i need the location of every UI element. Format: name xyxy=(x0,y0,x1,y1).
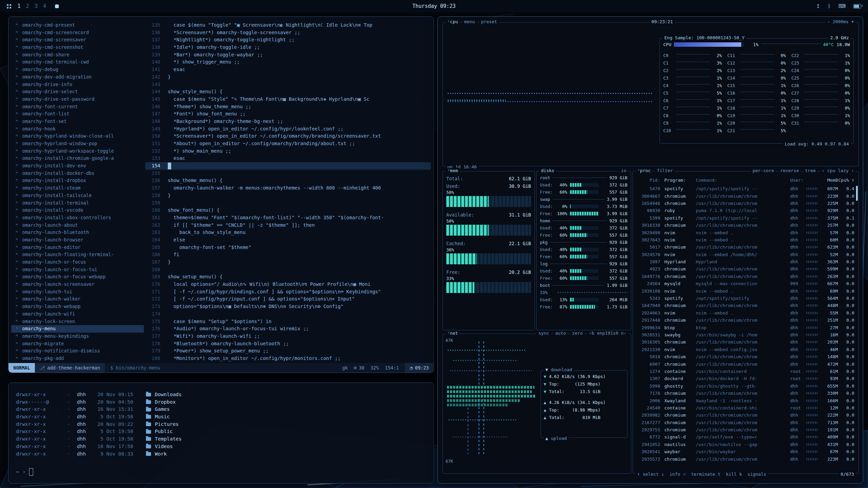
code-line[interactable]: 155 xyxy=(145,170,431,177)
mem-header[interactable]: MemB xyxy=(820,178,838,183)
proc-footer-action[interactable]: info ⏎ xyxy=(669,472,686,477)
file-tree-item[interactable]: *omarchy-launch-floating-terminal- xyxy=(11,251,144,259)
process-row[interactable]: 2941052 nautilus /usr/bin/nautilus --gap… xyxy=(636,441,856,448)
code-line[interactable]: 136 *Screensaver*) omarchy-toggle-screen… xyxy=(145,29,431,37)
cpu-box-title[interactable]: ¹cpu xyxy=(446,19,460,24)
code-line[interactable]: 148 *Background*) omarchy-theme-bg-next … xyxy=(145,118,431,125)
code-line[interactable]: 169show_setup_menu() { xyxy=(145,273,431,281)
process-row[interactable]: 2935572 chromium /usr/lib/chromium/chrom… xyxy=(636,455,856,462)
process-row[interactable]: 4923 chromium /usr/lib/chromium/chrom dh… xyxy=(636,265,856,273)
code-line[interactable]: 152 *) show_main_menu ;; xyxy=(145,148,431,155)
file-tree-item[interactable]: *omarchy-notification-dismiss xyxy=(11,347,144,355)
sync-button[interactable]: sync xyxy=(537,331,551,336)
code-line[interactable]: 149 *Hyprland*) open_in_editor ~/.config… xyxy=(145,125,431,133)
process-row[interactable]: 6772 signal-d /proc/self/exe --type=r dh… xyxy=(636,433,856,441)
proc-box-title[interactable]: ⁴proc xyxy=(636,168,652,173)
file-tree-item[interactable]: *omarchy-launch-webapp xyxy=(11,303,144,310)
code-line[interactable]: 170 local options="♪ Audio\n∿ Wifi\nᛒ Bl… xyxy=(145,281,431,288)
code-line[interactable]: 142} xyxy=(145,73,431,81)
file-tree-item[interactable]: *omarchy-font-set xyxy=(11,118,144,125)
proc-footer-action[interactable]: terminate t xyxy=(691,472,720,477)
reverse-button[interactable]: reverse xyxy=(778,168,801,173)
code-line[interactable]: 166 fi xyxy=(145,251,431,259)
process-row[interactable]: 98930 ruby puma 7.1.0 (tcp://local dhh 9… xyxy=(636,207,856,214)
code-line[interactable]: 171 [ -f ~/.config/hypr/bindings.conf ] … xyxy=(145,288,431,296)
code-line[interactable]: 151 *About*) open_in_editor ~/.config/om… xyxy=(145,140,431,148)
file-tree-item[interactable]: *omarchy-dev-add-migration xyxy=(11,73,144,81)
file-tree-item[interactable]: *omarchy-install-xbox-controllers xyxy=(11,214,144,222)
file-tree-item[interactable]: *omarchy-cmd-screenrecord xyxy=(11,29,144,37)
process-row[interactable]: 2917448 chromium /usr/lib/chromium/chrom… xyxy=(636,317,856,324)
file-tree-item[interactable]: *omarchy-hyprland-window-close-all xyxy=(11,133,144,140)
code-line[interactable]: 160show_font_menu() { xyxy=(145,207,431,214)
file-tree-item[interactable]: *omarchy-cmd-terminal-cwd xyxy=(11,58,144,66)
workspace-1[interactable]: 1 xyxy=(17,3,21,9)
user-header[interactable]: User: xyxy=(790,178,806,183)
code-line[interactable]: 172 [ -f ~/.config/hypr/input.conf ] && … xyxy=(145,295,431,303)
cpu-header[interactable]: Cpu% ↑ xyxy=(838,178,856,183)
process-row[interactable]: 7176 chromium /usr/lib/chromium/chrom dh… xyxy=(636,390,856,397)
terminal-window[interactable]: drwxr-xr-x - dhh 20 Nov 09:15 Downloads … xyxy=(8,382,434,484)
code-line[interactable]: 168 xyxy=(145,266,431,274)
screen-record-indicator[interactable] xyxy=(55,4,59,8)
code-line[interactable]: 153 esac xyxy=(145,155,431,162)
process-row[interactable]: 2167277 chromium /usr/lib/chromium/chrom… xyxy=(636,419,856,426)
process-row[interactable]: 3026531 swaybg /usr/bin/swaybg -i /hom d… xyxy=(636,331,856,338)
menu-button[interactable]: menu xyxy=(462,19,476,24)
auto-button[interactable]: auto xyxy=(554,331,568,336)
process-row[interactable]: 5343 spotify /opt/spotify/spotify dhh 56… xyxy=(636,295,856,302)
code-line[interactable]: 164 else xyxy=(145,236,431,244)
editor-window[interactable]: *omarchy-cmd-present *omarchy-cmd-screen… xyxy=(8,16,434,373)
file-tree-item[interactable]: *omarchy-menu xyxy=(11,325,144,333)
process-row[interactable]: 1930108 nvim nvim --embed . dhh 69M 0.0 xyxy=(636,287,856,294)
code-line[interactable]: 161 theme=$(menu "Font" "$(omarchy-font-… xyxy=(145,214,431,222)
per-core-button[interactable]: per-core xyxy=(751,168,776,173)
file-tree-item[interactable]: *omarchy-hyprland-workspace-toggle xyxy=(11,148,144,155)
pid-header[interactable]: Pid: xyxy=(636,178,660,183)
file-tree-item[interactable]: *omarchy-launch-editor xyxy=(11,244,144,251)
workspace-4[interactable]: 4 xyxy=(43,3,46,9)
tree-button[interactable]: tree xyxy=(803,168,817,173)
code-line[interactable]: 157 omarchy-launch-walker -m menus:omarc… xyxy=(145,184,431,192)
program-header[interactable]: Program: xyxy=(664,178,696,183)
file-tree-item[interactable]: *omarchy-cmd-share xyxy=(11,51,144,59)
process-row[interactable]: 5018 chromium /usr/lib/chromium/chrom dh… xyxy=(636,353,856,360)
interval-minus-button[interactable]: - xyxy=(827,19,830,24)
file-tree-item[interactable]: *omarchy-migrate xyxy=(11,340,144,348)
preset-button[interactable]: preset xyxy=(479,19,499,24)
file-tree-item[interactable]: *omarchy-install-terminal xyxy=(11,199,144,207)
bluetooth-icon[interactable]: ᛒ xyxy=(828,3,831,9)
code-line[interactable]: 178 *Bluetooth*) omarchy-launch-bluetoot… xyxy=(145,340,431,348)
file-tree-item[interactable]: *omarchy-drive-info xyxy=(11,81,144,88)
process-row[interactable]: 1307 dockerd /usr/bin/dockerd -H fd: roo… xyxy=(636,375,856,382)
process-row[interactable]: 2924063 nvim nvim --embed . dhh 55M 0.0 xyxy=(636,309,856,317)
file-tree-item[interactable]: *omarchy-menu-keybindings xyxy=(11,333,144,340)
file-tree-item[interactable]: *omarchy-install-chromium-google-a xyxy=(11,155,144,162)
file-tree-item[interactable]: *omarchy-pkg-add xyxy=(11,355,144,362)
btop-window[interactable]: ¹cpu menu preset 09:23:21 - 2000ms + Eng… xyxy=(437,16,863,484)
code-line[interactable]: 150 *Screensaver*) open_in_editor ~/.con… xyxy=(145,133,431,140)
code-buffer[interactable]: 135 case $(menu "Toggle" "▣ Screensaver\… xyxy=(145,22,431,362)
process-row[interactable]: 5998 ghostty /usr/bin/ghostty --gtk- dhh… xyxy=(636,382,856,390)
process-row[interactable]: 2006 Xwayland Xwayland :1 -rootless - dh… xyxy=(636,397,856,404)
process-row[interactable]: 3027643 nvim nvim --embed . dhh 60M 0.0 xyxy=(636,236,856,243)
code-line[interactable]: 156show_theme_menu() { xyxy=(145,177,431,184)
process-row[interactable]: 1647940 chromium /usr/lib/chromium/chrom… xyxy=(636,302,856,309)
file-tree-item[interactable]: *omarchy-launch-tui xyxy=(11,288,144,296)
process-row[interactable]: 24540 containe /usr/bin/containerd-shi r… xyxy=(636,404,856,412)
file-tree-item[interactable]: *omarchy-cmd-screenshot xyxy=(11,44,144,51)
code-line[interactable]: 140 *) show_trigger_menu ;; xyxy=(145,58,431,66)
mem-box-title[interactable]: ²mem xyxy=(446,168,460,173)
file-tree-item[interactable]: *omarchy-install-tailscale xyxy=(11,192,144,199)
process-row[interactable]: 2921330 nvim nvim --embed config.jso dhh… xyxy=(636,346,856,353)
file-tree-item[interactable]: *omarchy-install-docker-dbs xyxy=(11,170,144,177)
process-row[interactable]: 3029490 nvim nvim --embed . dhh 57M 0.0 xyxy=(636,229,856,236)
code-line[interactable]: 139 *Bar*) omarchy-toggle-waybar ;; xyxy=(145,51,431,59)
code-line[interactable]: 154} xyxy=(145,162,431,170)
file-tree-item[interactable]: *omarchy-launch-about xyxy=(11,222,144,229)
file-tree-item[interactable]: *omarchy-launch-or-focus xyxy=(11,259,144,266)
process-row[interactable]: 1649776 chromium /usr/lib/chromium/chrom… xyxy=(636,273,856,280)
process-row[interactable]: 1654946 chromium /usr/lib/chromium/chrom… xyxy=(636,200,856,207)
file-tree-item[interactable]: *omarchy-lock-screen xyxy=(11,318,144,325)
command-header[interactable]: Command: xyxy=(696,178,790,183)
